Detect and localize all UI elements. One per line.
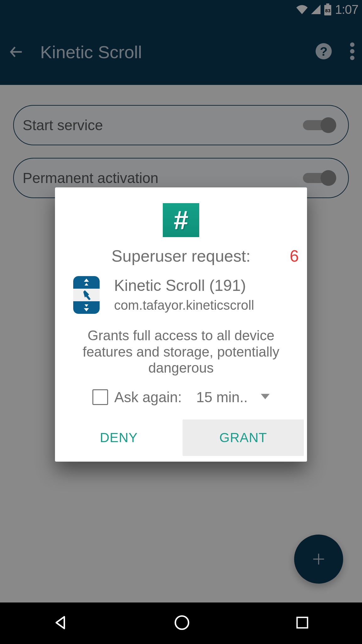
chevron-down-icon: [261, 394, 270, 401]
ask-again-label: Ask again:: [114, 389, 182, 406]
svg-marker-7: [84, 279, 89, 282]
duration-value: 15 min..: [196, 389, 248, 406]
hash-icon: #: [174, 205, 189, 236]
requesting-app-icon: [73, 276, 100, 314]
nav-home-button[interactable]: [173, 614, 191, 633]
nav-back-button[interactable]: [52, 614, 69, 633]
superuser-app-icon: #: [163, 203, 199, 237]
svg-marker-8: [85, 283, 88, 286]
svg-rect-13: [297, 617, 307, 628]
svg-point-12: [175, 616, 189, 629]
dialog-countdown: 6: [290, 247, 299, 265]
duration-dropdown[interactable]: 15 min..: [196, 389, 270, 406]
svg-marker-11: [261, 394, 270, 399]
grant-button[interactable]: GRANT: [183, 419, 304, 456]
android-navbar: [0, 602, 362, 644]
svg-marker-10: [85, 304, 88, 307]
nav-recents-button[interactable]: [294, 615, 310, 632]
warning-text: Grants full access to all device feature…: [68, 327, 294, 376]
superuser-dialog: # Superuser request: 6 Kinetic Scroll (1…: [55, 187, 307, 462]
deny-button[interactable]: DENY: [58, 419, 179, 456]
requesting-app-name: Kinetic Scroll (191): [114, 276, 254, 295]
svg-marker-9: [84, 308, 89, 311]
requesting-app-package: com.tafayor.kineticscroll: [114, 297, 254, 314]
ask-again-checkbox[interactable]: [92, 389, 108, 405]
dialog-title: Superuser request:: [64, 247, 298, 265]
